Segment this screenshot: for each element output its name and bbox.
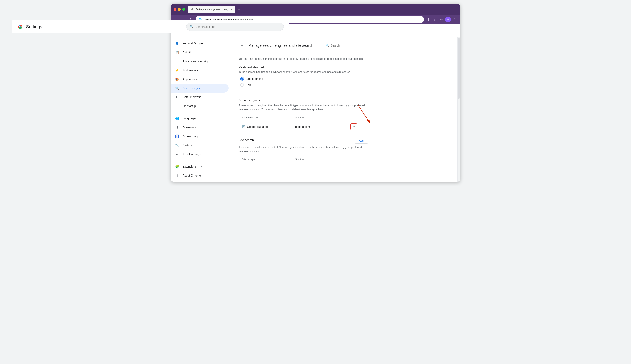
page-search-input[interactable] (331, 44, 366, 47)
site-search-header: Site search Add (239, 138, 368, 144)
close-button[interactable] (174, 8, 176, 11)
sidebar-item-extensions[interactable]: 🧩 Extensions ↗ (171, 162, 229, 171)
site-search-section: Site search Add To search a specific sit… (239, 138, 368, 163)
page-header: ← Manage search engines and site search … (239, 42, 368, 52)
sidebar-item-default-browser[interactable]: 🖥 Default browser (171, 92, 229, 102)
search-engines-desc: To use a search engine other than the de… (239, 104, 368, 111)
content-inner: ← Manage search engines and site search … (232, 38, 375, 168)
settings-app: Settings 🔍 👤 You and Google 📋 Autofill (171, 24, 460, 182)
radio-tab-label: Tab (246, 83, 251, 86)
traffic-lights (174, 8, 185, 11)
sidebar-item-performance[interactable]: ⚡ Performance (171, 66, 229, 75)
external-link-icon: ↗ (200, 165, 202, 168)
profile-button[interactable]: A (445, 17, 451, 22)
tab-bar: ⚙ Settings - Manage search eng ✕ + (188, 6, 453, 13)
site-search-desc: To search a specific site or part of Chr… (239, 145, 368, 153)
scrollbar-track[interactable] (457, 38, 460, 182)
settings-search-bar[interactable]: 🔍 (186, 23, 284, 31)
engine-name: Google (Default) (247, 125, 268, 128)
sidebar-label-autofill: Autofill (183, 51, 191, 54)
sidebar-item-downloads[interactable]: ⬇ Downloads (171, 123, 229, 132)
sidebar-label-about-chrome: About Chrome (183, 174, 201, 177)
sidebar-item-search-engine[interactable]: 🔍 Search engine (171, 84, 229, 92)
language-icon: 🌐 (175, 116, 179, 120)
sidebar-label-privacy-security: Privacy and security (183, 60, 208, 63)
minimize-button[interactable] (178, 8, 181, 11)
radio-space-or-tab[interactable]: Space or Tab (240, 77, 368, 81)
sidebar-label-search-engine: Search engine (183, 86, 201, 90)
speed-icon: ⚡ (175, 68, 179, 72)
tab-close-button[interactable]: ✕ (230, 8, 233, 11)
col-header-shortcut: Shortcut (295, 116, 349, 119)
new-tab-button[interactable]: + (236, 6, 242, 12)
settings-search-input[interactable] (196, 25, 280, 28)
radio-space-or-tab-circle[interactable] (240, 77, 244, 81)
search-engines-section: Search engines To use a search engine ot… (239, 98, 368, 133)
sidebar-label-extensions: Extensions (183, 165, 196, 168)
sidebar-item-on-startup[interactable]: ⏻ On startup (171, 102, 229, 110)
sidebar-label-reset-settings: Reset settings (183, 152, 201, 156)
bookmark-button[interactable]: ☆ (432, 17, 438, 22)
sidebar-label-appearance: Appearance (183, 78, 198, 81)
google-icon: 🔄 (242, 125, 245, 128)
col-header-site-actions (349, 158, 365, 161)
expand-icon[interactable]: ⌄ (455, 8, 457, 11)
radio-tab[interactable]: Tab (240, 83, 368, 87)
browser-icon: 🖥 (175, 95, 179, 99)
sidebar-item-privacy-security[interactable]: 🛡 Privacy and security (171, 57, 229, 66)
keyboard-shortcut-title: Keyboard shortcut (239, 66, 368, 69)
share-button[interactable]: ⬆ (426, 17, 431, 22)
keyboard-shortcut-desc: In the address bar, use this keyboard sh… (239, 70, 368, 74)
settings-search-icon: 🔍 (190, 25, 194, 29)
settings-layout: 👤 You and Google 📋 Autofill 🛡 Privacy an… (171, 38, 460, 182)
page-search-icon: 🔍 (326, 44, 329, 47)
sidebar-item-system[interactable]: 🔧 System (171, 141, 229, 150)
radio-tab-circle[interactable] (240, 83, 244, 87)
toolbar-actions: ⬆ ☆ ▭ A ⋮ (426, 17, 457, 22)
engine-name-cell: 🔄 Google (Default) (242, 125, 295, 128)
col-header-site-shortcut: Shortcut (295, 158, 349, 161)
sidebar-item-about-chrome[interactable]: ℹ About Chrome (171, 171, 229, 180)
engine-row-google: 🔄 Google (Default) google.com ✏ ⋮ (239, 121, 368, 133)
sidebar-item-languages[interactable]: 🌐 Languages (171, 114, 229, 123)
edit-engine-button[interactable]: ✏ (351, 123, 357, 130)
download-icon: ⬇ (175, 125, 179, 130)
page-title: Manage search engines and site search (248, 44, 321, 48)
search-engines-title: Search engines (239, 98, 368, 102)
tab-title: Settings - Manage search eng (196, 8, 228, 11)
sidebar-item-autofill[interactable]: 📋 Autofill (171, 48, 229, 57)
engines-table-body: 🔄 Google (Default) google.com ✏ ⋮ (239, 121, 368, 133)
shield-icon: 🛡 (175, 59, 179, 64)
accessibility-icon: ♿ (175, 134, 179, 138)
sidebar: 👤 You and Google 📋 Autofill 🛡 Privacy an… (171, 38, 232, 182)
power-icon: ⏻ (175, 104, 179, 108)
reset-icon: ↩ (175, 152, 179, 156)
sidebar-label-languages: Languages (183, 117, 197, 120)
scrollbar-thumb[interactable] (458, 38, 460, 99)
sidebar-label-downloads: Downloads (183, 126, 197, 129)
main-content: ← Manage search engines and site search … (232, 38, 457, 182)
engine-shortcut: google.com (295, 125, 310, 128)
page-search-bar[interactable]: 🔍 (324, 43, 368, 48)
sidebar-divider-1 (174, 112, 229, 112)
sidebar-item-you-and-google[interactable]: 👤 You and Google (171, 39, 229, 48)
sidebar-item-accessibility[interactable]: ♿ Accessibility (171, 132, 229, 141)
site-search-table-header: Site or page Shortcut (239, 156, 368, 163)
tab-favicon-icon: ⚙ (191, 8, 194, 11)
more-engine-button[interactable]: ⋮ (358, 124, 365, 130)
sidebar-label-system: System (183, 144, 192, 147)
content-divider (239, 93, 368, 94)
add-site-search-button[interactable]: Add (355, 138, 368, 144)
menu-button[interactable]: ⋮ (452, 17, 457, 22)
person-icon: 👤 (175, 42, 179, 46)
sidebar-item-reset-settings[interactable]: ↩ Reset settings (171, 150, 229, 159)
maximize-button[interactable] (182, 8, 185, 11)
page-back-button[interactable]: ← (239, 42, 245, 49)
sidebar-item-appearance[interactable]: 🎨 Appearance (171, 75, 229, 84)
active-tab[interactable]: ⚙ Settings - Manage search eng ✕ (188, 6, 235, 13)
keyboard-shortcut-section: Keyboard shortcut In the address bar, us… (239, 66, 368, 87)
sidebar-label-you-and-google: You and Google (183, 42, 203, 45)
title-bar: ⚙ Settings - Manage search eng ✕ + ⌄ (171, 4, 460, 14)
info-icon: ℹ (175, 174, 179, 178)
tab-groups-button[interactable]: ▭ (439, 17, 444, 22)
